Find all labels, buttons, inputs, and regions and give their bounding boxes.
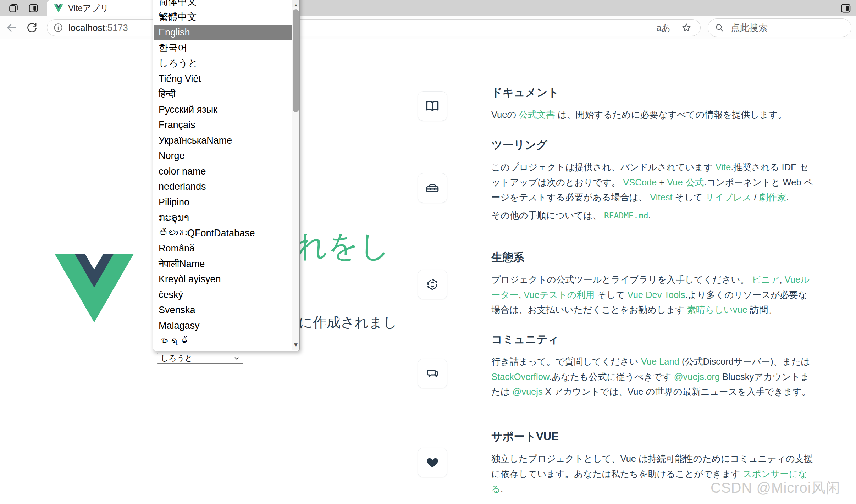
language-select-value: しろうと [161, 353, 234, 364]
dropdown-option[interactable]: Svenska [154, 303, 292, 318]
tab-title: Viteアプリ [68, 2, 109, 14]
dropdown-option[interactable]: 简体中文 [154, 0, 292, 10]
dropdown-option[interactable]: УкраїнськаName [154, 133, 292, 149]
text-link[interactable]: Vite [716, 162, 731, 172]
text-link[interactable]: Vue-公式 [667, 177, 704, 187]
feature-card-ecosystem [418, 270, 447, 299]
text-run: 訪問。 [747, 305, 777, 315]
text-link[interactable]: Vitest [650, 192, 672, 202]
chat-icon [425, 366, 440, 381]
text-link[interactable]: ピニア [752, 275, 779, 284]
text-link[interactable]: Vue Land [641, 356, 679, 366]
dropdown-option[interactable]: Kreyòl ayisyen [154, 272, 292, 287]
search-box[interactable] [708, 18, 851, 37]
text-link[interactable]: 素晴らしいvue [687, 305, 747, 315]
dropdown-option[interactable]: Malagasy [154, 318, 292, 334]
language-dropdown-panel: 简体中文繁體中文English한국어しろうとTiếng Việtहिन्दीРу… [153, 0, 300, 351]
text-link[interactable]: Vue Dev Tools [628, 290, 685, 300]
dropdown-option[interactable]: తెలుగుQFontDatabase [154, 226, 292, 241]
dropdown-option[interactable]: しろうと [154, 56, 292, 71]
text-link[interactable]: @vuejs [512, 387, 542, 397]
text-link[interactable]: @vuejs.org [674, 372, 720, 382]
dropdown-option[interactable]: English [154, 25, 292, 40]
book-icon [425, 99, 440, 113]
section-title: ツーリング [491, 138, 815, 153]
text-run: そして [595, 290, 627, 300]
sidebar-toggle-button[interactable] [840, 2, 852, 14]
info-section: ドキュメントVueの 公式文書 は、開始するために必要なすべての情報を提供します… [491, 85, 815, 125]
feature-card-community [418, 359, 447, 388]
language-dropdown-list: 简体中文繁體中文English한국어しろうとTiếng Việtहिन्दीРу… [154, 0, 292, 349]
info-section: ツーリングこのプロジェクトは提供され、バンドルされています Vite.推奨される… [491, 138, 815, 226]
text-link[interactable]: 公式文書 [519, 110, 555, 120]
text-run: このプロジェクトは提供され、バンドルされています [491, 162, 716, 172]
url-host: localhost [68, 22, 105, 33]
bookmark-star-icon[interactable] [681, 22, 692, 33]
language-select[interactable]: しろうと [157, 353, 243, 364]
scroll-up-arrow[interactable]: ▲ [292, 0, 299, 7]
url-port: :5173 [105, 22, 128, 33]
dropdown-option[interactable]: Français [154, 117, 292, 133]
text-link[interactable]: StackOverflow [491, 372, 549, 382]
text-run: プロジェクトの公式ツールとライブラリを入手してください。 [491, 275, 752, 284]
dropdown-option[interactable]: Pilipino [154, 195, 292, 210]
section-paragraph: Vueの 公式文書 は、開始するために必要なすべての情報を提供します。 [491, 107, 815, 122]
section-title: サポートVUE [491, 429, 815, 444]
text-run: / [751, 192, 759, 202]
navigation-bar: localhost:5173 aあ [0, 16, 856, 39]
text-run: その他の手順については、 [491, 210, 604, 220]
text-link[interactable]: Vueテストの利用 [524, 290, 595, 300]
tab-strip: Viteアプリ [0, 0, 856, 16]
search-input[interactable] [730, 22, 838, 34]
text-link[interactable]: サイプレス [705, 192, 752, 202]
info-section: コミュニティ行き詰まって。で質問してください Vue Land (公式Disco… [491, 332, 815, 402]
dropdown-option[interactable]: Русский язык [154, 102, 292, 118]
sidebar-panel-icon [840, 2, 852, 14]
text-run: + [657, 177, 667, 187]
url-bar[interactable]: localhost:5173 aあ [47, 19, 701, 36]
watermark: CSDN @Microi风闲 [711, 478, 840, 498]
text-link[interactable]: 劇作家 [759, 192, 786, 202]
hero-heading-fragment: れをし [297, 226, 390, 267]
dropdown-option[interactable]: ກະຣຸນາ [154, 210, 292, 226]
scroll-down-arrow[interactable]: ▼ [292, 342, 299, 349]
refresh-button[interactable] [25, 21, 39, 35]
dropdown-option[interactable]: color name [154, 164, 292, 179]
toolbox-icon [425, 181, 440, 195]
dropdown-option[interactable]: Română [154, 241, 292, 256]
text-link[interactable]: README.md [604, 211, 648, 220]
font-size-toggle[interactable]: aあ [657, 22, 671, 34]
tab-overview-button[interactable] [8, 2, 19, 14]
split-screen-button[interactable] [28, 2, 39, 14]
text-run: (公式Discordサーバー)、または [679, 356, 810, 366]
heart-icon [425, 455, 440, 470]
ecosystem-icon [425, 277, 440, 292]
chevron-down-icon [234, 355, 239, 361]
dropdown-scroll-thumb[interactable] [293, 9, 299, 112]
dropdown-option[interactable]: nederlands [154, 179, 292, 195]
text-run: . [648, 210, 651, 220]
dropdown-option[interactable]: 한국어 [154, 40, 292, 56]
text-run: そして [673, 192, 705, 202]
section-paragraph: 行き詰まって。で質問してください Vue Land (公式Discordサーバー… [491, 354, 815, 399]
hero-subtitle-fragment: に作成されまし [299, 313, 397, 332]
dropdown-option[interactable]: 繁體中文 [154, 10, 292, 25]
feature-card-documentation [418, 91, 447, 121]
refresh-icon [26, 22, 38, 34]
dropdown-option[interactable]: ဗာရမ် [154, 333, 292, 349]
dropdown-option[interactable]: Tiếng Việt [154, 71, 292, 87]
feature-card-support [418, 448, 447, 477]
text-link[interactable]: VSCode [623, 177, 657, 187]
section-paragraph: このプロジェクトは提供され、バンドルされています Vite.推奨される IDE … [491, 160, 815, 205]
dropdown-option[interactable]: Norge [154, 148, 292, 164]
dropdown-option[interactable]: हिन्दी [154, 87, 292, 102]
back-button[interactable] [4, 21, 18, 35]
text-run: , [519, 290, 524, 300]
vue-favicon-icon [54, 4, 63, 12]
section-title: ドキュメント [491, 85, 815, 100]
vue-logo [55, 254, 134, 322]
section-title: 生態系 [491, 250, 815, 265]
page-info-icon[interactable] [53, 22, 63, 33]
dropdown-option[interactable]: český [154, 287, 292, 303]
dropdown-option[interactable]: नेपालीName [154, 256, 292, 272]
